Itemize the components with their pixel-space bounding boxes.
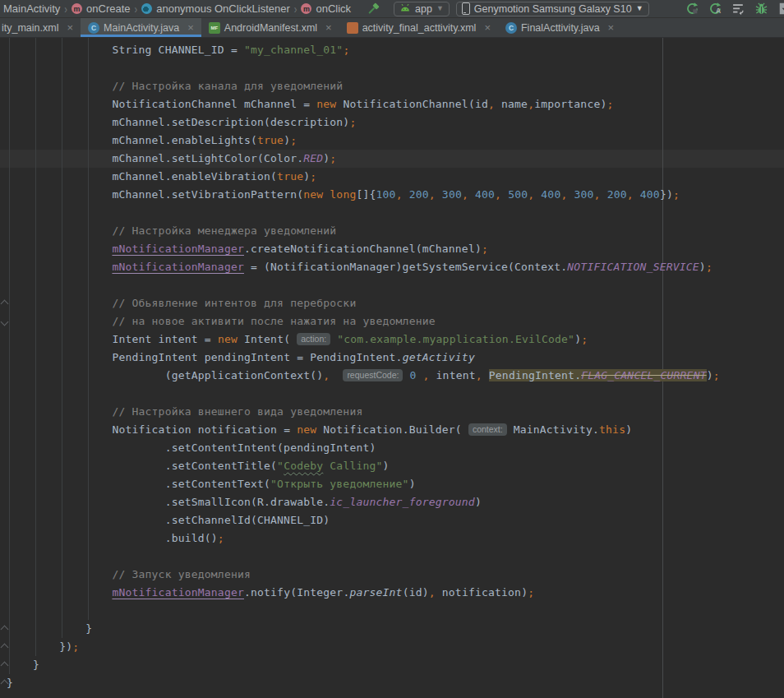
breadcrumb-item[interactable]: MainActivity [3, 2, 60, 15]
code-line[interactable]: // Настройка канала для уведомлений [7, 77, 784, 95]
code-line[interactable]: mNotificationManager.createNotificationC… [7, 240, 784, 258]
code-line[interactable]: mNotificationManager.notify(Integer.pars… [7, 584, 784, 602]
tab-label: MainActivity.java [104, 22, 179, 34]
code-line[interactable]: mChannel.enableLights(true); [7, 132, 784, 150]
profiler-icon[interactable] [731, 2, 745, 16]
tab-androidmanifest-xml[interactable]: MFAndroidManifest.xml× [201, 18, 339, 37]
tab-activity-final-acttivity-xml[interactable]: activity_final_acttivity.xml× [339, 18, 498, 37]
class-file-icon: C [505, 22, 517, 34]
tab-ity-main-xml[interactable]: ity_main.xml× [0, 18, 81, 37]
code-line[interactable]: mChannel.setLightColor(Color.RED); [7, 150, 784, 168]
code-line[interactable]: mChannel.enableVibration(true); [7, 168, 784, 186]
breadcrumb-separator: › [294, 2, 297, 16]
breadcrumb-item[interactable]: anonymous OnClickListener [156, 2, 290, 15]
module-selector-label: app [415, 3, 432, 15]
editor-tabs: ity_main.xml×CMainActivity.java×MFAndroi… [0, 18, 784, 38]
parameter-hint-badge: context: [468, 423, 507, 436]
code-line[interactable]: } [7, 620, 784, 638]
parameter-hint-badge: requestCode: [343, 369, 403, 381]
close-tab-icon[interactable]: × [67, 22, 73, 33]
code-line[interactable]: }); [7, 638, 784, 656]
anonymous-class-icon [141, 3, 152, 14]
code-line[interactable]: Intent intent = new Intent( action: "com… [7, 331, 784, 349]
apply-changes-restart-icon[interactable] [685, 2, 699, 16]
xml-layout-file-icon [347, 22, 358, 34]
code-line[interactable]: } [7, 656, 784, 674]
editor[interactable]: String CHANNEL_ID = "my_channel_01"; // … [0, 38, 784, 698]
close-tab-icon[interactable]: × [608, 22, 615, 33]
parameter-hint-badge: action: [297, 333, 330, 345]
code-line[interactable] [7, 204, 784, 222]
breadcrumb-separator: › [135, 2, 138, 16]
apply-code-changes-icon[interactable]: A [708, 2, 722, 16]
code-area: String CHANNEL_ID = "my_channel_01"; // … [7, 41, 784, 692]
class-file-icon: C [88, 22, 99, 34]
breadcrumb-item[interactable]: onCreate [86, 2, 130, 15]
code-line[interactable]: } [7, 674, 784, 692]
code-line[interactable]: .setSmallIcon(R.drawable.ic_launcher_for… [7, 493, 784, 511]
code-line[interactable] [7, 548, 784, 566]
code-line[interactable]: String CHANNEL_ID = "my_channel_01"; [7, 41, 784, 59]
code-line[interactable]: mNotificationManager = (NotificationMana… [7, 258, 784, 276]
code-line[interactable]: // Настройка внешнего вида уведомления [7, 403, 784, 421]
method-icon: m [71, 3, 82, 14]
tab-label: activity_final_acttivity.xml [362, 22, 477, 34]
code-line[interactable]: NotificationChannel mChannel = new Notif… [7, 95, 784, 113]
code-line[interactable]: mChannel.setVibrationPattern(new long[]{… [7, 186, 784, 204]
code-line[interactable]: // Обьявление интентов для переброски [7, 294, 784, 312]
tab-label: ity_main.xml [2, 22, 58, 34]
attach-debugger-icon[interactable] [777, 2, 784, 16]
tab-mainactivity-java[interactable]: CMainActivity.java× [81, 18, 201, 37]
device-selector-label: Genymotion Samsung Galaxy S10 [474, 3, 632, 15]
code-line[interactable]: Notification notification = new Notifica… [7, 421, 784, 439]
breadcrumb: MainActivity›monCreate›anonymous OnClick… [3, 2, 351, 15]
code-line[interactable]: PendingIntent pendingIntent = PendingInt… [7, 349, 784, 367]
module-selector[interactable]: app ▼ [394, 2, 450, 16]
android-icon [399, 2, 411, 15]
code-line[interactable]: // Запуск уведомления [7, 566, 784, 584]
code-line[interactable]: .setContentIntent(pendingIntent) [7, 439, 784, 457]
main-toolbar: MainActivity›monCreate›anonymous OnClick… [0, 0, 784, 18]
method-icon: m [301, 3, 311, 14]
tab-finalacttivity-java[interactable]: CFinalActtivity.java× [498, 18, 621, 37]
code-line[interactable]: // на новое активити после нажатия на ув… [7, 312, 784, 331]
tab-label: FinalActtivity.java [521, 22, 600, 34]
code-line[interactable]: .build(); [7, 529, 784, 548]
manifest-file-icon: MF [209, 22, 220, 34]
build-hammer-icon[interactable] [366, 2, 380, 16]
debug-icon[interactable] [754, 2, 768, 16]
code-line[interactable]: .setContentTitle("Codeby Calling") [7, 457, 784, 475]
code-line[interactable] [7, 602, 784, 620]
code-line[interactable] [7, 276, 784, 294]
close-tab-icon[interactable]: × [325, 22, 332, 33]
code-line[interactable] [7, 59, 784, 77]
breadcrumb-item[interactable]: onClick [316, 2, 351, 15]
close-tab-icon[interactable]: × [187, 22, 194, 33]
svg-text:A: A [716, 7, 721, 15]
code-line[interactable]: (getApplicationContext(), requestCode: 0… [7, 367, 784, 385]
code-line[interactable]: // Настройка менеджера уведомлений [7, 222, 784, 240]
breadcrumb-separator: › [64, 2, 67, 16]
chevron-down-icon: ▼ [436, 5, 444, 12]
code-line[interactable] [7, 385, 784, 403]
code-line[interactable]: .setContentText("Открыть уведомление") [7, 475, 784, 493]
close-tab-icon[interactable]: × [484, 22, 491, 33]
device-selector[interactable]: Genymotion Samsung Galaxy S10 ▼ [456, 2, 649, 16]
run-actions: A [685, 2, 784, 16]
chevron-down-icon: ▼ [636, 5, 643, 12]
code-line[interactable]: mChannel.setDescription(description); [7, 113, 784, 132]
tab-label: AndroidManifest.xml [224, 22, 317, 34]
android-studio-window: { "toolbar": { "breadcrumbs": [ {"label"… [0, 0, 784, 698]
phone-icon [462, 2, 470, 15]
code-line[interactable]: .setChannelId(CHANNEL_ID) [7, 511, 784, 529]
